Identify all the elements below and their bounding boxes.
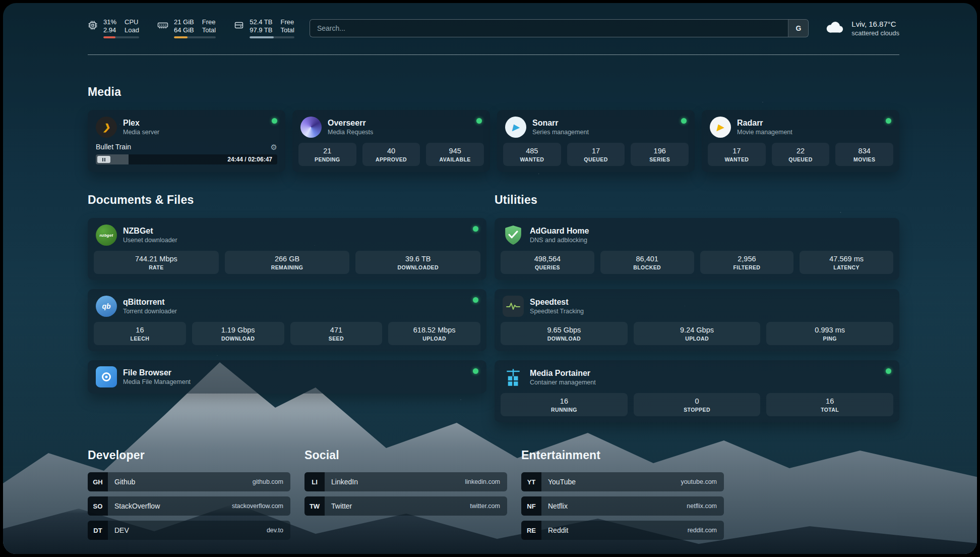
bookmark-netflix[interactable]: NF Netflix netflix.com [521, 496, 724, 516]
bookmark-github[interactable]: GH Github github.com [88, 472, 290, 491]
search-input[interactable] [310, 24, 788, 32]
cloud-icon [824, 20, 845, 36]
stat-approved: 40 APPROVED [362, 143, 420, 166]
stat-leech: 16 LEECH [94, 322, 186, 345]
pause-icon[interactable] [97, 156, 110, 163]
cpu-widget: 31% CPU 2.94 Load [88, 18, 139, 38]
stat-filtered: 2,956 FILTERED [700, 251, 794, 274]
disk-total-value: 97.9 TB [250, 26, 272, 34]
cpu-load-value: 2.94 [103, 26, 116, 34]
stat-movies: 834 MOVIES [835, 143, 893, 166]
youtube-icon: YT [521, 472, 541, 491]
stat-rate: 744.21 Mbps RATE [94, 251, 219, 274]
plex-icon: ❯ [96, 117, 117, 138]
stat-queued: 17 QUEUED [567, 143, 625, 166]
bookmark-youtube[interactable]: YT YouTube youtube.com [521, 472, 724, 491]
app-name: Radarr [737, 119, 792, 128]
section-documents: Documents & Files nzbget NZBGet Usenet d… [88, 193, 486, 422]
overseerr-icon [300, 117, 322, 138]
app-name: AdGuard Home [530, 227, 589, 236]
section-title-entertainment: Entertainment [521, 449, 724, 462]
adguard-shield-icon [503, 225, 524, 246]
linkedin-icon: LI [304, 472, 325, 491]
status-online-dot [476, 118, 482, 124]
app-card-qbittorrent[interactable]: qb qBittorrent Torrent downloader 16 LEE… [88, 289, 486, 351]
status-online-dot [473, 297, 478, 303]
bookmark-twitter[interactable]: TW Twitter twitter.com [304, 496, 507, 516]
radarr-icon: ▶ [710, 117, 731, 138]
stat-stopped: 0 STOPPED [634, 393, 761, 416]
stat-blocked: 86,401 BLOCKED [600, 251, 694, 274]
app-name: NZBGet [123, 227, 177, 236]
section-title-developer: Developer [88, 449, 290, 462]
ram-total-value: 64 GiB [174, 26, 194, 34]
section-title-social: Social [304, 449, 507, 462]
stat-seed: 471 SEED [290, 322, 383, 345]
netflix-icon: NF [521, 496, 541, 516]
gear-icon[interactable]: ⚙ [271, 143, 277, 151]
stat-queued: 22 QUEUED [772, 143, 830, 166]
status-online-dot [473, 368, 478, 374]
cpu-chip-icon [88, 20, 98, 32]
app-subtitle: DNS and adblocking [530, 237, 589, 244]
app-name: Overseerr [328, 119, 373, 128]
status-online-dot [886, 368, 891, 374]
bookmark-stackoverflow[interactable]: SO StackOverflow stackoverflow.com [88, 496, 290, 516]
stat-download: 9.65 Gbps DOWNLOAD [501, 322, 628, 345]
app-card-sonarr[interactable]: ▶ Sonarr Series management 485 WANTED [497, 110, 695, 172]
section-title-documents: Documents & Files [88, 193, 486, 207]
app-card-nzbget[interactable]: nzbget NZBGet Usenet downloader 744.21 M… [88, 218, 486, 280]
stat-running: 16 RUNNING [501, 393, 628, 416]
stat-available: 945 AVAILABLE [426, 143, 484, 166]
playback-time: 24:44 / 02:06:47 [227, 156, 272, 163]
stat-wanted: 17 WANTED [708, 143, 766, 166]
twitter-icon: TW [304, 496, 325, 516]
now-playing-title: Bullet Train [96, 143, 131, 151]
stat-total: 16 TOTAL [766, 393, 893, 416]
app-subtitle: Movie management [737, 129, 792, 136]
top-bar: 31% CPU 2.94 Load 21 [88, 18, 899, 38]
app-card-radarr[interactable]: ▶ Radarr Movie management 17 WANTED [702, 110, 899, 172]
app-subtitle: Media server [123, 129, 159, 136]
qbittorrent-icon: qb [96, 296, 117, 317]
cpu-usage-value: 31% [103, 18, 116, 26]
search-bar: G [310, 19, 809, 37]
weather-widget: Lviv, 16.87°C scattered clouds [824, 20, 899, 37]
stat-latency: 47.569 ms LATENCY [800, 251, 893, 274]
stat-upload: 618.52 Mbps UPLOAD [388, 322, 480, 345]
playback-progress-bar[interactable]: 24:44 / 02:06:47 [96, 154, 277, 164]
weather-condition: scattered clouds [851, 29, 899, 37]
header-divider [88, 54, 899, 55]
status-online-dot [473, 226, 478, 232]
app-subtitle: Torrent downloader [123, 308, 177, 315]
bookmark-reddit[interactable]: RE Reddit reddit.com [521, 521, 724, 540]
app-card-filebrowser[interactable]: File Browser Media File Management [88, 360, 486, 394]
bookmark-linkedin[interactable]: LI LinkedIn linkedin.com [304, 472, 507, 491]
github-icon: GH [88, 472, 108, 491]
cpu-usage-label: CPU [125, 18, 139, 26]
app-subtitle: Usenet downloader [123, 237, 177, 244]
stat-download: 1.19 Gbps DOWNLOAD [192, 322, 284, 345]
search-engine-button[interactable]: G [788, 20, 808, 37]
disk-widget: 52.4 TB Free 97.9 TB Total [234, 18, 294, 38]
app-subtitle: Speedtest Tracking [530, 308, 584, 315]
section-title-utilities: Utilities [495, 193, 899, 207]
app-subtitle: Media Requests [328, 129, 373, 136]
app-card-plex[interactable]: ❯ Plex Media server Bullet Train ⚙ [88, 110, 285, 172]
app-card-portainer[interactable]: Media Portainer Container management 16 … [495, 360, 899, 422]
app-card-adguard[interactable]: AdGuard Home DNS and adblocking 498,564 … [495, 218, 899, 280]
ram-total-label: Total [202, 26, 216, 34]
bookmark-dev[interactable]: DT DEV dev.to [88, 521, 290, 540]
stat-wanted: 485 WANTED [503, 143, 561, 166]
app-card-speedtest[interactable]: Speedtest Speedtest Tracking 9.65 Gbps D… [495, 289, 899, 351]
section-title-media: Media [88, 85, 899, 99]
section-developer: Developer GH Github github.com SO StackO… [88, 449, 290, 540]
sonarr-icon: ▶ [505, 117, 526, 138]
app-card-overseerr[interactable]: Overseerr Media Requests 21 PENDING 40 A… [292, 110, 490, 172]
ram-free-label: Free [202, 18, 216, 26]
section-social: Social LI LinkedIn linkedin.com TW Twitt… [304, 449, 507, 540]
memory-icon [157, 20, 168, 32]
stat-series: 196 SERIES [631, 143, 689, 166]
stat-remaining: 266 GB REMAINING [225, 251, 350, 274]
app-subtitle: Container management [530, 379, 596, 386]
